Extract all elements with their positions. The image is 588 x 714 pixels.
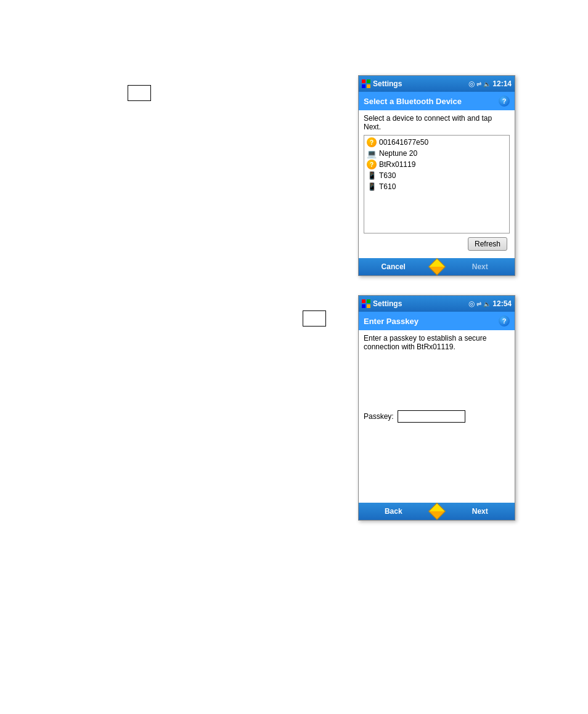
screen1-content: Select a device to connect with and tap … [359, 110, 515, 258]
device-name: T610 [379, 182, 396, 191]
list-item[interactable]: 💻 Neptune 20 [365, 148, 508, 159]
list-item[interactable]: ? 001641677e50 [365, 137, 508, 148]
diamond-icon [428, 258, 445, 275]
screen1-titlebar-icons: ◎ ⇌ 🔈 12:14 [468, 79, 512, 88]
svg-rect-2 [362, 84, 365, 88]
back-button[interactable]: Back [359, 503, 428, 520]
windows-logo-icon [362, 79, 370, 88]
svg-rect-3 [367, 84, 370, 88]
screen1-page-titlebar: Select a Bluetooth Device ? [359, 92, 515, 110]
screen2-passkey: Settings ◎ ⇌ 🔈 12:54 Enter Passkey ? Ent… [358, 295, 515, 521]
screen1-time: 12:14 [492, 79, 512, 88]
screen2-titlebar-icons: ◎ ⇌ 🔈 12:54 [468, 299, 512, 308]
svg-rect-6 [362, 304, 365, 308]
help-circle-icon[interactable]: ? [499, 315, 510, 327]
screen2-titlebar-left: Settings [362, 299, 402, 308]
refresh-button[interactable]: Refresh [468, 237, 507, 251]
svg-rect-1 [367, 79, 370, 83]
screen2-help-icon[interactable]: ? [499, 315, 510, 327]
bluetooth-status-icon: ◎ [468, 299, 475, 308]
screen1-appname: Settings [373, 79, 402, 88]
callout-box-1 [128, 85, 151, 101]
screen2-page-title: Enter Passkey [364, 317, 419, 326]
svg-rect-4 [362, 299, 365, 303]
laptop-icon: 💻 [367, 148, 377, 158]
screen1-titlebar-left: Settings [362, 79, 402, 88]
cancel-button[interactable]: Cancel [359, 258, 428, 275]
windows-logo-icon [362, 299, 370, 308]
callout-box-2 [303, 310, 326, 327]
passkey-input[interactable] [398, 410, 465, 423]
question-icon: ? [367, 137, 377, 147]
screen2-description: Enter a passkey to establish a secure co… [364, 334, 510, 351]
screen2-page-titlebar: Enter Passkey ? [359, 312, 515, 330]
list-item[interactable]: ? BtRx01119 [365, 159, 508, 170]
volume-status-icon: 🔈 [483, 301, 491, 307]
svg-rect-0 [362, 79, 365, 83]
bottom-center-icon [428, 258, 446, 275]
screen1-description: Select a device to connect with and tap … [364, 114, 510, 131]
passkey-row: Passkey: [364, 410, 510, 423]
screen1-help-icon[interactable]: ? [499, 95, 510, 107]
screen2-titlebar: Settings ◎ ⇌ 🔈 12:54 [359, 296, 515, 312]
list-item[interactable]: 📱 T630 [365, 170, 508, 181]
screen1-page-title: Select a Bluetooth Device [364, 97, 462, 106]
volume-status-icon: 🔈 [483, 81, 491, 87]
screen1-bottom-bar: Cancel Next [359, 258, 515, 275]
bluetooth-status-icon: ◎ [468, 79, 475, 88]
screen1-bluetooth-select: Settings ◎ ⇌ 🔈 12:14 Select a Bluetooth … [358, 75, 515, 276]
screen2-appname: Settings [373, 299, 402, 308]
screen1-titlebar: Settings ◎ ⇌ 🔈 12:14 [359, 76, 515, 92]
device-name: T630 [379, 171, 396, 180]
next-button[interactable]: Next [446, 503, 515, 520]
screen1-device-list[interactable]: ? 001641677e50 💻 Neptune 20 ? BtRx01119 … [364, 135, 510, 233]
diamond-icon [428, 503, 445, 520]
list-item[interactable]: 📱 T610 [365, 181, 508, 192]
question-icon: ? [367, 160, 377, 169]
network-status-icon: ⇌ [476, 301, 481, 307]
passkey-label: Passkey: [364, 412, 394, 421]
bottom-center-icon [428, 503, 446, 520]
screen2-time: 12:54 [492, 299, 512, 308]
svg-rect-7 [367, 304, 370, 308]
next-button[interactable]: Next [446, 258, 515, 275]
svg-rect-5 [367, 299, 370, 303]
phone-icon: 📱 [367, 182, 377, 192]
device-name: BtRx01119 [379, 160, 415, 169]
device-name: 001641677e50 [379, 138, 428, 147]
spacer [364, 356, 510, 405]
device-name: Neptune 20 [379, 149, 417, 158]
screen2-bottom-bar: Back Next [359, 503, 515, 520]
phone-icon: 📱 [367, 171, 377, 181]
network-status-icon: ⇌ [476, 81, 481, 87]
help-circle-icon[interactable]: ? [499, 95, 510, 107]
screen2-content: Enter a passkey to establish a secure co… [359, 330, 515, 503]
